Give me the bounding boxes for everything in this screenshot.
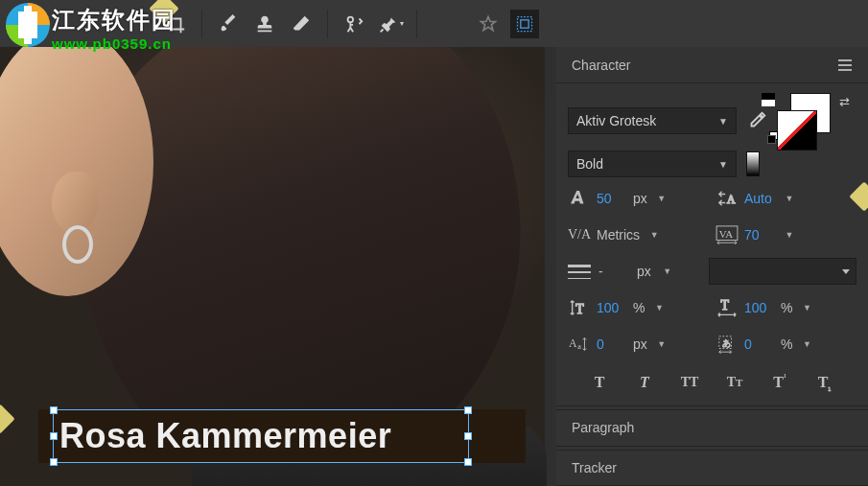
hscale-chevron[interactable]: ▼ — [798, 299, 815, 316]
font-size-chevron[interactable]: ▼ — [653, 190, 670, 207]
font-size-value[interactable]: 50 — [597, 191, 627, 206]
stroke-style-dropdown[interactable] — [709, 258, 856, 285]
vscale-chevron[interactable]: ▼ — [650, 299, 668, 316]
tool-pin[interactable]: ▾ — [376, 10, 405, 38]
svg-text:A: A — [569, 336, 577, 350]
stroke-width-chevron[interactable]: ▼ — [659, 263, 676, 280]
tracking-icon: VA — [716, 225, 739, 244]
right-panel: Character Aktiv Grotesk▼ ⇄ Bold▼ — [556, 47, 868, 486]
svg-text:T: T — [575, 302, 584, 316]
tsume-value[interactable]: 0 — [744, 336, 775, 352]
hscale-icon: T — [716, 297, 739, 318]
tracker-panel-title: Tracker — [572, 460, 617, 475]
fill-stroke-color[interactable]: ⇄ — [777, 93, 834, 149]
leading-icon: A — [716, 189, 739, 208]
text-layer[interactable]: Rosa Kammermeier — [59, 416, 391, 456]
paragraph-panel-header[interactable]: Paragraph — [556, 409, 868, 446]
stroke-width-value[interactable]: - — [598, 264, 629, 279]
svg-text:A: A — [727, 193, 736, 206]
font-style-dropdown[interactable]: Bold▼ — [568, 150, 737, 177]
kerning-icon: V/A — [568, 227, 591, 243]
leading-chevron[interactable]: ▼ — [781, 190, 798, 207]
kerning-value[interactable]: Metrics — [597, 227, 640, 243]
tsume-icon: あ — [716, 335, 739, 354]
svg-rect-5 — [518, 16, 532, 31]
composition-canvas[interactable]: Rosa Kammermeier — [0, 47, 556, 486]
allcaps-button[interactable]: TT — [676, 371, 703, 394]
faux-bold-button[interactable]: T — [586, 371, 613, 394]
tracking-value[interactable]: 70 — [744, 227, 775, 243]
superscript-button[interactable]: T¹ — [766, 371, 793, 394]
gradient-swatch[interactable] — [746, 151, 760, 176]
tool-snap-grid[interactable] — [510, 10, 539, 38]
top-toolbar: ▾ — [0, 0, 868, 47]
svg-point-4 — [348, 16, 354, 22]
tool-star[interactable] — [474, 10, 503, 38]
faux-italic-button[interactable]: T — [631, 371, 658, 394]
svg-text:T: T — [721, 298, 730, 312]
faux-style-row: T T TT TT T¹ T₁ — [568, 365, 856, 400]
tool-rotobrush[interactable] — [340, 10, 368, 38]
baseline-chevron[interactable]: ▼ — [653, 336, 670, 353]
vscale-value[interactable]: 100 — [597, 300, 627, 315]
subscript-button[interactable]: T₁ — [811, 371, 838, 394]
hscale-value[interactable]: 100 — [744, 300, 775, 315]
svg-text:a: a — [577, 342, 581, 351]
kerning-chevron[interactable]: ▼ — [645, 226, 663, 243]
character-panel-title: Character — [572, 58, 630, 73]
character-panel-body: Aktiv Grotesk▼ ⇄ Bold▼ — [556, 83, 868, 406]
font-size-icon — [568, 190, 591, 207]
tsume-chevron[interactable]: ▼ — [798, 336, 815, 353]
stroke-width-icon — [568, 262, 591, 281]
tool-stamp[interactable] — [250, 10, 279, 38]
panel-menu-icon[interactable] — [837, 59, 853, 71]
svg-text:VA: VA — [719, 228, 733, 240]
vscale-icon: T — [568, 297, 591, 318]
font-family-dropdown[interactable]: Aktiv Grotesk▼ — [568, 107, 737, 134]
tracker-panel-header[interactable]: Tracker — [556, 450, 868, 486]
eyedropper-icon[interactable] — [746, 110, 767, 131]
tool-eraser[interactable] — [287, 10, 316, 38]
smallcaps-button[interactable]: TT — [721, 371, 748, 394]
tracking-chevron[interactable]: ▼ — [781, 226, 798, 243]
character-panel-header[interactable]: Character — [556, 47, 868, 83]
tool-brush[interactable] — [214, 10, 243, 38]
baseline-icon: Aa — [568, 335, 591, 354]
paragraph-panel-title: Paragraph — [572, 420, 634, 435]
lower-third-bar: Rosa Kammermeier — [38, 409, 526, 463]
svg-rect-6 — [521, 19, 528, 27]
leading-value[interactable]: Auto — [744, 191, 775, 206]
baseline-value[interactable]: 0 — [597, 336, 627, 352]
tool-crop[interactable] — [161, 10, 190, 38]
svg-text:あ: あ — [722, 338, 731, 348]
